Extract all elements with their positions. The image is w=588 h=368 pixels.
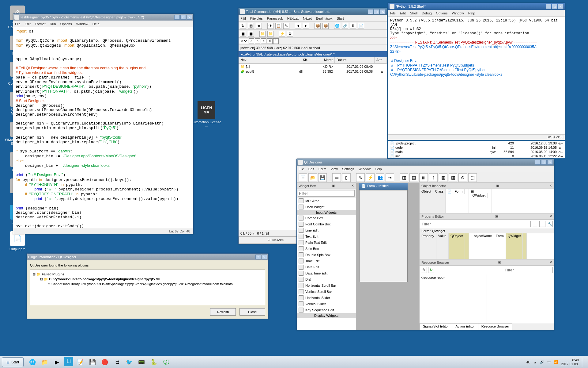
app-icon[interactable]: 🔴 bbox=[100, 357, 110, 367]
code-area[interactable]: import os from PyQt5.QtCore import QLibr… bbox=[13, 27, 193, 228]
menu-item[interactable]: Start bbox=[337, 17, 344, 20]
widget-item[interactable]: MDI Area bbox=[297, 198, 356, 204]
menu-item[interactable]: Hálózat bbox=[287, 17, 299, 20]
signal-mode-icon[interactable]: ⚡ bbox=[366, 173, 375, 182]
widget-item[interactable]: Spin Box bbox=[297, 246, 356, 252]
net-icon[interactable]: 🔗 bbox=[342, 23, 348, 29]
list-item[interactable]: 📄 codeini112016.09.15 14:05 -a-- bbox=[388, 145, 565, 150]
reload-icon[interactable]: ↻ bbox=[428, 267, 434, 273]
qt-icon[interactable]: Qt bbox=[161, 357, 171, 367]
hlayout-icon[interactable]: ▥ bbox=[400, 173, 408, 182]
new-icon[interactable]: 📄 bbox=[299, 173, 307, 182]
tool-icon[interactable]: 📁 bbox=[267, 31, 273, 37]
show-desktop[interactable] bbox=[582, 358, 585, 367]
minimize-icon[interactable]: _ bbox=[174, 15, 180, 20]
menu-item[interactable]: Edit bbox=[400, 11, 406, 15]
python-shell-window[interactable]: *Python 3.5.2 Shell* _ □ ✕ File Edit She… bbox=[388, 3, 565, 140]
close-icon[interactable]: ✕ bbox=[549, 260, 552, 264]
titlebar[interactable]: Plugin Information - Qt Designer ? ✕ bbox=[27, 254, 268, 260]
file-row[interactable]: 📁 [..] <DIR> 2017.01.09 08:40 --- bbox=[239, 64, 387, 69]
save-icon[interactable]: 💾 bbox=[318, 173, 327, 182]
buddy-mode-icon[interactable]: 👥 bbox=[376, 173, 384, 182]
menu-edit[interactable]: Edit bbox=[25, 22, 31, 26]
edit-icon[interactable]: ✎ bbox=[421, 267, 427, 273]
menu-item[interactable]: View bbox=[330, 167, 338, 171]
app-icon[interactable]: 📟 bbox=[136, 357, 147, 367]
tool-icon[interactable]: 📁 bbox=[259, 31, 266, 37]
minimize-icon[interactable]: _ bbox=[368, 9, 373, 14]
menu-format[interactable]: Format bbox=[35, 22, 46, 26]
menu-item[interactable]: Help bbox=[468, 11, 475, 15]
break-icon[interactable]: ⊘ bbox=[458, 173, 467, 182]
layout-icon[interactable]: ▭ bbox=[332, 173, 341, 182]
drive-select[interactable]: c bbox=[240, 39, 248, 43]
close-icon[interactable]: ✕ bbox=[262, 255, 267, 259]
widget-item[interactable]: Date Edit bbox=[297, 264, 356, 270]
undock-icon[interactable]: ▣ bbox=[496, 184, 499, 188]
remove-icon[interactable]: － bbox=[539, 221, 545, 227]
notepad-icon[interactable]: 📝 bbox=[75, 357, 85, 367]
menu-item[interactable]: Window bbox=[452, 11, 464, 15]
object-inspector[interactable]: ObjectClass 📄 Form▦ QWidget bbox=[420, 189, 554, 213]
unpack-icon[interactable]: 📦 bbox=[322, 23, 329, 29]
property-filter[interactable] bbox=[421, 221, 531, 227]
tray-icon[interactable]: 📶 bbox=[554, 360, 558, 364]
start-button[interactable]: ⊞ Start bbox=[2, 357, 24, 367]
tree-node-failed[interactable]: ⊟ 📁 Failed Plugins bbox=[33, 272, 262, 277]
open-icon[interactable]: 📂 bbox=[308, 173, 317, 182]
copy-icon[interactable]: 📋 bbox=[275, 23, 281, 29]
hsplit-icon[interactable]: ⫼ bbox=[419, 173, 428, 182]
menu-window[interactable]: Window bbox=[76, 22, 88, 26]
widget-item[interactable]: Combo Box bbox=[297, 215, 356, 221]
system-tray[interactable]: HU ▲ 🔊 🛡 📶 8:48 2017.01.09. bbox=[522, 358, 588, 367]
menu-item[interactable]: Beállítások bbox=[316, 17, 333, 20]
drive-button[interactable]: b bbox=[255, 38, 260, 44]
close-icon[interactable]: ✕ bbox=[549, 184, 552, 188]
file-row[interactable]: 🧩 pyqt5 dll 36 352 2017.01.09 08:38 -a-- bbox=[239, 69, 387, 74]
path-bar[interactable]: ▾c:\Python35\Lib\site-packages\pyqt5-too… bbox=[239, 51, 387, 57]
pack-icon[interactable]: 📦 bbox=[315, 23, 321, 29]
widget-item[interactable]: Horizontal Scroll Bar bbox=[297, 282, 356, 289]
form-canvas[interactable] bbox=[359, 190, 408, 282]
tab-resource-browser[interactable]: Resource Browser bbox=[478, 323, 512, 330]
widget-item[interactable]: Vertical Slider bbox=[297, 301, 356, 307]
menu-item[interactable]: File bbox=[299, 167, 304, 171]
widget-item[interactable]: Plain Text Edit bbox=[297, 240, 356, 246]
minimize-icon[interactable]: _ bbox=[535, 160, 541, 165]
widget-item[interactable]: Horizontal Slider bbox=[297, 295, 356, 301]
resource-tree[interactable]: <resource root> bbox=[420, 274, 487, 323]
tool-icon[interactable]: ▣ bbox=[240, 31, 246, 37]
widget-item[interactable]: Key Sequence Edit bbox=[297, 307, 356, 313]
python-icon[interactable]: 🐍 bbox=[149, 357, 159, 367]
tray-icon[interactable]: 🔊 bbox=[540, 360, 544, 364]
close-icon[interactable]: ✕ bbox=[549, 214, 552, 218]
desktop-icon-license[interactable]: LICENMA Automation License ... bbox=[191, 101, 222, 128]
refresh-button[interactable]: Refresh bbox=[210, 308, 236, 316]
close-button[interactable]: Close bbox=[239, 308, 265, 316]
grid-icon[interactable]: ▦ bbox=[248, 23, 254, 29]
drive-button[interactable]: d bbox=[267, 38, 273, 44]
widget-item[interactable]: Font Combo Box bbox=[297, 221, 356, 227]
idle-editor-window[interactable]: testdesigner_pyqt57.pyw - Z:\Siemens\Tes… bbox=[13, 13, 194, 234]
tool-icon[interactable]: 📄 bbox=[358, 23, 364, 29]
widget-item[interactable]: Dial bbox=[297, 276, 356, 282]
widget-item[interactable]: Date/Time Edit bbox=[297, 270, 356, 276]
vsplit-icon[interactable]: ⫿ bbox=[429, 173, 438, 182]
widget-list[interactable]: MDI Area Dock Widget Input Widgets Combo… bbox=[297, 198, 356, 330]
titlebar[interactable]: *Python 3.5.2 Shell* _ □ ✕ bbox=[388, 3, 565, 10]
menu-item[interactable]: Settings bbox=[342, 167, 354, 171]
close-icon[interactable]: ✕ bbox=[351, 184, 354, 188]
refresh-icon[interactable]: ↻ bbox=[240, 23, 246, 29]
app-icon[interactable]: 🖥 bbox=[112, 357, 122, 367]
config-icon[interactable]: 🔧 bbox=[547, 221, 553, 227]
col-size[interactable]: Méret bbox=[316, 57, 335, 63]
minimize-icon[interactable]: _ bbox=[546, 4, 551, 9]
tool-icon[interactable]: ⚡ bbox=[279, 31, 285, 37]
maximize-icon[interactable]: □ bbox=[180, 15, 186, 20]
list-item[interactable]: 📄 mainpyw35 5942016.05.29 14:09 -a-- bbox=[388, 150, 565, 154]
tab-action-editor[interactable]: Action Editor bbox=[452, 323, 478, 330]
maximize-icon[interactable]: □ bbox=[552, 4, 557, 9]
tool-icon[interactable]: ⚙ bbox=[287, 31, 293, 37]
titlebar[interactable]: Qt Designer _ □ ✕ bbox=[297, 159, 554, 166]
form-icon[interactable]: ▦ bbox=[449, 173, 457, 182]
